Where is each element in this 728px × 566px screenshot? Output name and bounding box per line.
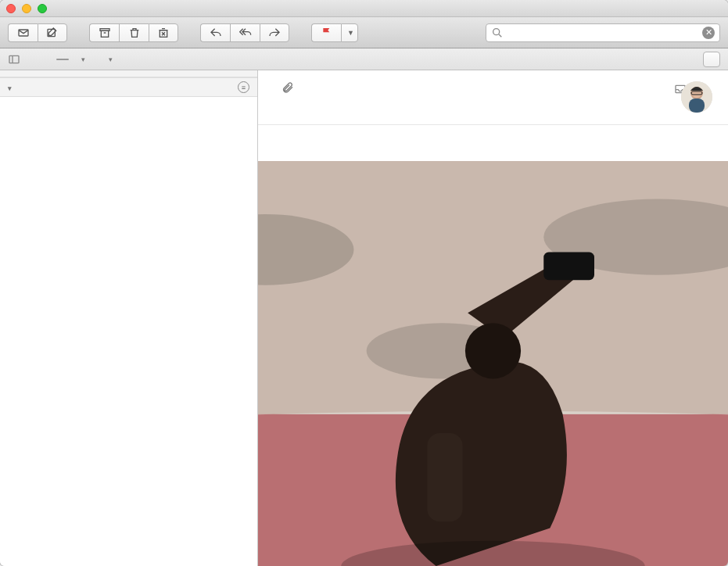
- compose-button[interactable]: [38, 23, 67, 42]
- scope-drafts[interactable]: ▾: [107, 56, 113, 63]
- reply-icon: [210, 27, 222, 39]
- get-mail-button[interactable]: [8, 23, 38, 42]
- titlebar: [0, 0, 728, 17]
- svg-rect-19: [543, 253, 594, 281]
- chevron-down-icon: ▾: [109, 56, 113, 63]
- message-header: [258, 70, 728, 125]
- chevron-down-icon: ▾: [81, 56, 85, 63]
- forward-button[interactable]: [260, 23, 289, 42]
- svg-point-5: [493, 28, 500, 34]
- mailboxes-toggle[interactable]: [8, 53, 23, 66]
- minimize-window-button[interactable]: [22, 4, 31, 13]
- message-list-pane: ▾ ≡: [0, 70, 258, 566]
- forward-icon: [268, 27, 281, 39]
- delete-button[interactable]: [119, 23, 149, 42]
- sidebar-icon: [8, 53, 20, 66]
- toolbar: ▼ ✕: [0, 17, 728, 48]
- sender-avatar[interactable]: [681, 81, 712, 113]
- reading-pane: [258, 70, 728, 566]
- reply-all-button[interactable]: [230, 23, 260, 42]
- envelope-icon: [17, 27, 30, 39]
- clear-search-button[interactable]: ✕: [702, 27, 715, 39]
- reply-all-icon: [239, 27, 252, 39]
- header-to: [274, 105, 712, 116]
- scope-inbox[interactable]: [56, 59, 69, 60]
- flag-icon: [321, 27, 333, 39]
- filter-icon[interactable]: ≡: [238, 81, 249, 93]
- flag-menu-button[interactable]: ▼: [341, 23, 358, 42]
- window-controls: [6, 4, 47, 13]
- svg-rect-6: [9, 56, 19, 63]
- message-body: [258, 125, 728, 161]
- search-input[interactable]: [504, 27, 702, 38]
- main-split: ▾ ≡: [0, 70, 728, 566]
- archive-icon: [99, 27, 111, 39]
- svg-rect-10: [689, 99, 705, 113]
- zoom-window-button[interactable]: [38, 4, 47, 13]
- save-search-button[interactable]: [703, 52, 720, 67]
- attachment-icon: [282, 81, 294, 97]
- compose-icon: [46, 27, 59, 39]
- flag-button[interactable]: [311, 23, 341, 42]
- archive-button[interactable]: [89, 23, 119, 42]
- favorites-bar: ▾ ▾: [0, 48, 728, 70]
- junk-icon: [157, 27, 170, 39]
- attachment-image[interactable]: [258, 161, 728, 566]
- search-field[interactable]: ✕: [486, 23, 720, 42]
- scope-vip[interactable]: ▾: [80, 56, 85, 63]
- svg-rect-3: [101, 30, 108, 37]
- svg-point-20: [465, 323, 521, 378]
- trash-icon: [128, 27, 141, 39]
- close-window-button[interactable]: [6, 4, 16, 13]
- sort-header[interactable]: ▾ ≡: [0, 77, 257, 97]
- search-icon: [491, 27, 504, 39]
- junk-button[interactable]: [149, 23, 178, 42]
- chevron-down-icon: ▾: [8, 84, 12, 92]
- svg-rect-18: [427, 433, 462, 521]
- reply-button[interactable]: [200, 23, 230, 42]
- top-results-header: [0, 70, 257, 77]
- chevron-down-icon: ▼: [345, 29, 354, 37]
